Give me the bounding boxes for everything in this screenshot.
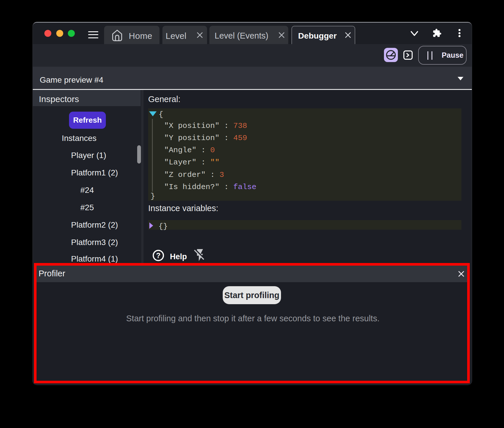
svg-text:?: ? — [156, 251, 160, 260]
